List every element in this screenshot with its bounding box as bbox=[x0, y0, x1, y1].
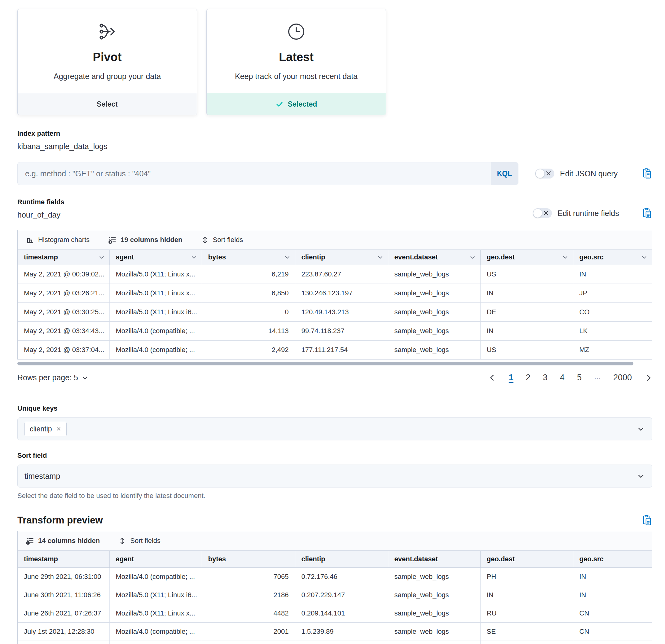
unique-key-chip-clientip[interactable]: clientip bbox=[24, 422, 66, 436]
column-header-bytes[interactable]: bytes bbox=[202, 250, 295, 265]
cell-event.dataset: sample_web_logs bbox=[388, 265, 480, 284]
chip-label: clientip bbox=[30, 425, 52, 433]
cell-agent: Mozilla/4.0 (compatible; ... bbox=[109, 623, 202, 641]
column-header-clientip[interactable]: clientip bbox=[295, 250, 388, 265]
runtime-fields-label: Runtime fields bbox=[17, 198, 652, 206]
chevron-down-icon bbox=[284, 254, 291, 261]
copy-preview-icon[interactable] bbox=[641, 515, 652, 526]
pivot-card-title: Pivot bbox=[18, 51, 197, 64]
chevron-down-icon bbox=[636, 472, 645, 480]
cell-event.dataset: sample_web_logs bbox=[388, 341, 480, 360]
edit-json-query-group: Edit JSON query bbox=[535, 168, 652, 179]
column-header-geo.dest[interactable]: geo.dest bbox=[480, 551, 573, 568]
unique-keys-combobox[interactable]: clientip bbox=[17, 417, 652, 440]
preview-columns-hidden-button[interactable]: 14 columns hidden bbox=[26, 537, 100, 545]
cell-event.dataset: sample_web_logs bbox=[388, 641, 480, 644]
kql-language-button[interactable]: KQL bbox=[491, 163, 518, 185]
cell-geo.src: JP bbox=[573, 284, 652, 303]
cell-geo.src: ME bbox=[573, 641, 652, 644]
cell-event.dataset: sample_web_logs bbox=[388, 568, 480, 586]
cell-geo.dest: IN bbox=[480, 322, 573, 341]
rows-per-page-button[interactable]: Rows per page: 5 bbox=[17, 373, 89, 382]
column-header-clientip[interactable]: clientip bbox=[295, 551, 388, 568]
scrollbar-thumb[interactable] bbox=[17, 362, 633, 365]
cell-timestamp: July 1st 2021, 12:28:30 bbox=[18, 623, 109, 641]
pagination-page-3[interactable]: 3 bbox=[543, 373, 548, 382]
sort-field-help-text: Select the date field to be used to iden… bbox=[17, 492, 652, 500]
column-header-geo.dest[interactable]: geo.dest bbox=[480, 250, 573, 265]
copy-runtime-fields-icon[interactable] bbox=[641, 208, 652, 219]
cell-timestamp: June 26th 2021, 07:26:37 bbox=[18, 604, 109, 623]
pagination-page-5[interactable]: 5 bbox=[577, 373, 582, 382]
chevron-down-icon[interactable] bbox=[636, 424, 645, 433]
cell-clientip: 223.87.60.27 bbox=[295, 265, 388, 284]
preview-data-grid: 14 columns hidden Sort fields timestampa… bbox=[17, 531, 652, 644]
remove-chip-icon[interactable] bbox=[56, 426, 61, 432]
table-row: July 1st 2021, 12:28:30Mozilla/4.0 (comp… bbox=[18, 623, 652, 641]
preview-sort-fields-button[interactable]: Sort fields bbox=[118, 537, 160, 545]
cell-timestamp: May 2, 2021 @ 00:39:02... bbox=[18, 265, 109, 284]
transform-preview-title: Transform preview bbox=[17, 515, 103, 526]
pagination-page-4[interactable]: 4 bbox=[560, 373, 565, 382]
columns-icon bbox=[26, 537, 34, 545]
source-horizontal-scrollbar[interactable] bbox=[17, 362, 652, 365]
column-header-timestamp[interactable]: timestamp bbox=[18, 551, 109, 568]
column-header-agent[interactable]: agent bbox=[109, 250, 202, 265]
table-row: June 29th 2021, 06:31:00Mozilla/4.0 (com… bbox=[18, 568, 652, 586]
sort-fields-label: Sort fields bbox=[213, 236, 243, 244]
table-row: June 29th 2021, 09:10:24Mozilla/5.0 (X11… bbox=[18, 641, 652, 644]
previous-page-button[interactable] bbox=[488, 374, 496, 382]
preview-columns-hidden-label: 14 columns hidden bbox=[38, 537, 100, 545]
column-header-event.dataset[interactable]: event.dataset bbox=[388, 250, 480, 265]
chevron-down-icon bbox=[641, 254, 648, 261]
source-grid-pagination: Rows per page: 5 12345…2000 bbox=[17, 373, 652, 382]
histogram-charts-button[interactable]: Histogram charts bbox=[26, 236, 90, 244]
pivot-card-subtitle: Aggregate and group your data bbox=[18, 72, 197, 81]
cell-agent: Mozilla/5.0 (X11; Linux i6... bbox=[109, 586, 202, 604]
index-pattern-section: Index pattern kibana_sample_data_logs bbox=[17, 130, 652, 151]
cell-event.dataset: sample_web_logs bbox=[388, 322, 480, 341]
cell-geo.dest: RU bbox=[480, 604, 573, 623]
preview-table: timestampagentbytesclientipevent.dataset… bbox=[18, 551, 652, 644]
table-row: May 2, 2021 @ 03:26:21...Mozilla/5.0 (X1… bbox=[18, 284, 652, 303]
column-header-agent[interactable]: agent bbox=[109, 551, 202, 568]
cell-bytes: 2,492 bbox=[202, 341, 295, 360]
cell-bytes: 0 bbox=[202, 303, 295, 322]
edit-json-query-toggle[interactable] bbox=[535, 169, 554, 178]
copy-query-icon[interactable] bbox=[641, 168, 652, 179]
pivot-select-button[interactable]: Select bbox=[18, 93, 197, 115]
sort-field-select[interactable]: timestamp bbox=[17, 465, 652, 488]
cell-bytes: 4482 bbox=[202, 604, 295, 623]
sort-fields-button[interactable]: Sort fields bbox=[201, 236, 243, 244]
latest-card[interactable]: Latest Keep track of your most recent da… bbox=[206, 9, 386, 115]
pagination-page-2[interactable]: 2 bbox=[526, 373, 531, 382]
table-row: June 30th 2021, 11:06:26Mozilla/5.0 (X11… bbox=[18, 586, 652, 604]
column-header-geo.src[interactable]: geo.src bbox=[573, 551, 652, 568]
cell-clientip: 120.49.143.213 bbox=[295, 303, 388, 322]
column-header-bytes[interactable]: bytes bbox=[202, 551, 295, 568]
column-header-geo.src[interactable]: geo.src bbox=[573, 250, 652, 265]
source-grid-toolbar: Histogram charts 19 columns hidden bbox=[18, 230, 652, 250]
search-query-input[interactable]: e.g. method : "GET" or status : "404" KQ… bbox=[17, 162, 518, 185]
cell-agent: Mozilla/4.0 (compatible; ... bbox=[109, 341, 202, 360]
cell-timestamp: June 29th 2021, 09:10:24 bbox=[18, 641, 109, 644]
cell-agent: Mozilla/5.0 (X11; Linux x... bbox=[109, 604, 202, 623]
columns-hidden-button[interactable]: 19 columns hidden bbox=[108, 236, 182, 244]
chevron-down-icon bbox=[191, 254, 197, 261]
column-header-event.dataset[interactable]: event.dataset bbox=[388, 551, 480, 568]
cell-clientip: 177.111.217.54 bbox=[295, 341, 388, 360]
pivot-card[interactable]: Pivot Aggregate and group your data Sele… bbox=[17, 9, 197, 115]
pagination-page-1[interactable]: 1 bbox=[509, 373, 513, 382]
cell-bytes: 7065 bbox=[202, 568, 295, 586]
cell-geo.src: IN bbox=[573, 568, 652, 586]
edit-runtime-fields-toggle[interactable] bbox=[533, 208, 552, 218]
next-page-button[interactable] bbox=[644, 374, 652, 382]
edit-json-query-label: Edit JSON query bbox=[560, 169, 618, 178]
check-icon bbox=[276, 100, 284, 108]
pager: 12345…2000 bbox=[488, 373, 652, 382]
column-header-timestamp[interactable]: timestamp bbox=[18, 250, 109, 265]
pagination-page-2000[interactable]: 2000 bbox=[613, 373, 632, 382]
latest-selected-button[interactable]: Selected bbox=[207, 93, 386, 115]
cell-timestamp: May 2, 2021 @ 03:37:04... bbox=[18, 341, 109, 360]
create-transform-wizard: Pivot Aggregate and group your data Sele… bbox=[0, 0, 665, 644]
